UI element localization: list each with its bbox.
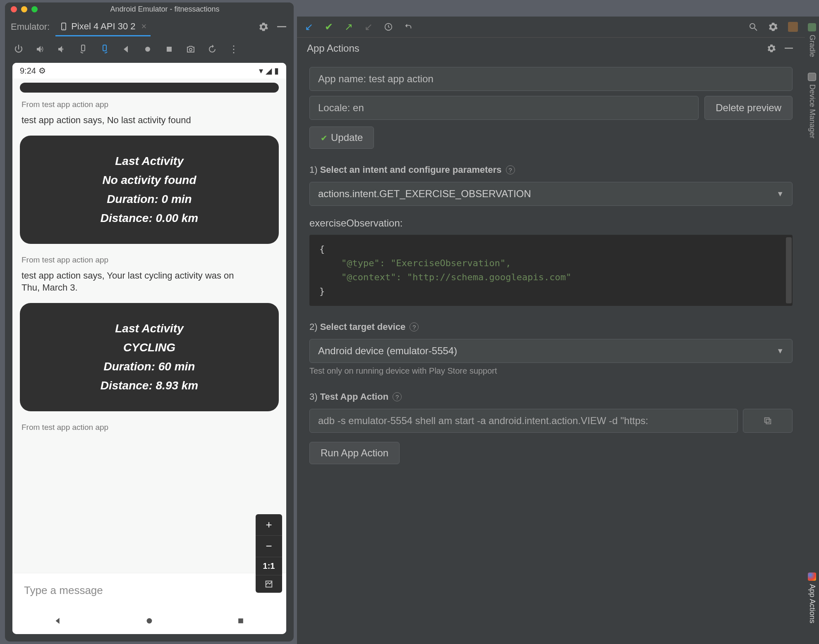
gradle-icon <box>808 23 816 31</box>
chevron-down-icon: ▼ <box>776 190 784 198</box>
svg-rect-3 <box>81 45 85 51</box>
battery-icon: ▮ <box>274 66 279 76</box>
delete-preview-button[interactable]: Delete preview <box>704 96 793 120</box>
step-1-label: 1) Select an intent and configure parame… <box>309 165 793 175</box>
settings-icon[interactable] <box>767 21 779 33</box>
record-icon[interactable] <box>141 43 154 55</box>
emulator-tabs: Emulator: Pixel 4 API 30 2 × <box>5 16 294 38</box>
gear-icon[interactable] <box>257 21 270 33</box>
svg-rect-9 <box>238 618 243 623</box>
volume-down-icon[interactable] <box>55 43 68 55</box>
locale-field[interactable]: Locale: en <box>309 96 699 120</box>
nav-bar <box>12 608 286 634</box>
app-actions-header: App Actions <box>297 37 805 59</box>
arrow-out-icon[interactable]: ↗ <box>342 21 355 33</box>
step-2-label: 2) Select target device ? <box>309 322 793 332</box>
json-editor[interactable]: { "@type": "ExerciseObservation", "@cont… <box>309 235 793 306</box>
phone-screen[interactable]: 9:24 ⚙ ▾ ◢ ▮ From test app action app te… <box>12 63 286 634</box>
activity-card-2: Last Activity CYCLING Duration: 60 min D… <box>20 303 279 411</box>
check-icon[interactable]: ✔ <box>323 21 335 33</box>
rotate-right-icon[interactable] <box>98 43 111 55</box>
help-icon[interactable]: ? <box>410 322 419 332</box>
traffic-lights <box>11 6 38 12</box>
ide-panel: ↙ ✔ ↗ ↙ App Actions App name: test app a… <box>297 17 819 644</box>
intent-select[interactable]: actions.intent.GET_EXERCISE_OBSERVATION … <box>309 182 793 206</box>
svg-point-5 <box>145 47 150 52</box>
minimize-dot[interactable] <box>21 6 27 12</box>
volume-up-icon[interactable] <box>34 43 46 55</box>
history-icon[interactable] <box>206 43 218 55</box>
zoom-controls: + − 1:1 <box>256 514 282 593</box>
device-icon <box>808 73 816 81</box>
card1-sub: No activity found <box>32 174 266 187</box>
svg-rect-6 <box>167 47 172 52</box>
emulator-tab[interactable]: Pixel 4 API 30 2 × <box>55 18 151 36</box>
panel-minimize-icon[interactable] <box>783 42 795 55</box>
update-button[interactable]: Update <box>309 126 374 149</box>
nav-back-icon[interactable] <box>35 611 81 631</box>
status-time: 9:24 <box>20 66 36 76</box>
zoom-out-button[interactable]: − <box>256 536 282 557</box>
copy-button[interactable] <box>743 409 793 433</box>
emulator-tab-label: Pixel 4 API 30 2 <box>71 21 135 32</box>
phone-wrap: 9:24 ⚙ ▾ ◢ ▮ From test app action app te… <box>5 60 294 642</box>
device-select[interactable]: Android device (emulator-5554) ▼ <box>309 339 793 363</box>
svg-point-8 <box>147 618 152 624</box>
card1-duration: Duration: 0 min <box>32 193 266 206</box>
emulator-window: Android Emulator - fitnessactions Emulat… <box>5 2 294 642</box>
adb-command-field[interactable]: adb -s emulator-5554 shell am start -a a… <box>309 409 738 433</box>
emulator-toolbar: ⋮ <box>5 38 294 60</box>
window-title: Android Emulator - fitnessactions <box>42 5 288 14</box>
arrow-in-icon[interactable]: ↙ <box>303 21 315 33</box>
card1-title: Last Activity <box>32 155 266 168</box>
assistant-input-placeholder: Type a message <box>24 584 103 597</box>
svg-point-7 <box>189 48 192 51</box>
device-hint: Test only on running device with Play St… <box>309 366 793 376</box>
camera-icon[interactable] <box>184 43 197 55</box>
nav-recent-icon[interactable] <box>218 611 263 631</box>
undo-icon[interactable] <box>402 21 414 33</box>
status-bar: 9:24 ⚙ ▾ ◢ ▮ <box>12 63 286 79</box>
rotate-left-icon[interactable] <box>77 43 89 55</box>
scrollbar[interactable] <box>786 237 792 303</box>
panel-gear-icon[interactable] <box>765 42 778 55</box>
assistant-body: From test app action app test app action… <box>12 79 286 573</box>
run-app-action-button[interactable]: Run App Action <box>309 442 400 464</box>
collapsed-card <box>20 83 279 93</box>
assistant-response-2: test app action says, Your last cycling … <box>22 270 242 294</box>
power-icon[interactable] <box>12 43 25 55</box>
help-icon[interactable]: ? <box>393 392 402 401</box>
back-icon[interactable] <box>120 43 132 55</box>
clock-icon[interactable] <box>382 21 395 33</box>
svg-rect-4 <box>103 45 106 51</box>
assistant-response-1: test app action says, No last activity f… <box>22 114 242 126</box>
avatar-icon[interactable] <box>787 21 799 33</box>
from-label-2: From test app action app <box>22 255 277 265</box>
app-name-field[interactable]: App name: test app action <box>309 67 793 91</box>
nav-home-icon[interactable] <box>127 611 172 631</box>
activity-card-1: Last Activity No activity found Duration… <box>20 136 279 244</box>
more-icon[interactable]: ⋮ <box>228 43 240 55</box>
svg-point-1 <box>63 29 64 29</box>
side-tab-gradle[interactable]: Gradle <box>808 20 817 60</box>
side-tab-device-mgr[interactable]: Device Manager <box>808 69 817 142</box>
close-dot[interactable] <box>11 6 17 12</box>
search-icon[interactable] <box>747 21 759 33</box>
close-tab-icon[interactable]: × <box>141 21 146 32</box>
card1-distance: Distance: 0.00 km <box>32 212 266 225</box>
card2-title: Last Activity <box>32 322 266 335</box>
stop-icon[interactable] <box>163 43 175 55</box>
zoom-1to1-button[interactable]: 1:1 <box>256 557 282 575</box>
zoom-in-button[interactable]: + <box>256 514 282 536</box>
assistant-input[interactable]: Type a message <box>12 573 286 608</box>
param-label: exerciseObservation: <box>309 217 793 229</box>
from-label-3: From test app action app <box>22 423 277 432</box>
help-icon[interactable]: ? <box>506 165 515 174</box>
minimize-icon[interactable] <box>275 21 288 33</box>
side-tab-app-actions[interactable]: App Actions <box>808 569 817 627</box>
zoom-fit-button[interactable] <box>256 575 282 593</box>
mac-titlebar: Android Emulator - fitnessactions <box>5 2 294 16</box>
maximize-dot[interactable] <box>31 6 38 12</box>
svg-rect-14 <box>766 420 771 424</box>
arrow-disabled-icon: ↙ <box>362 21 375 33</box>
